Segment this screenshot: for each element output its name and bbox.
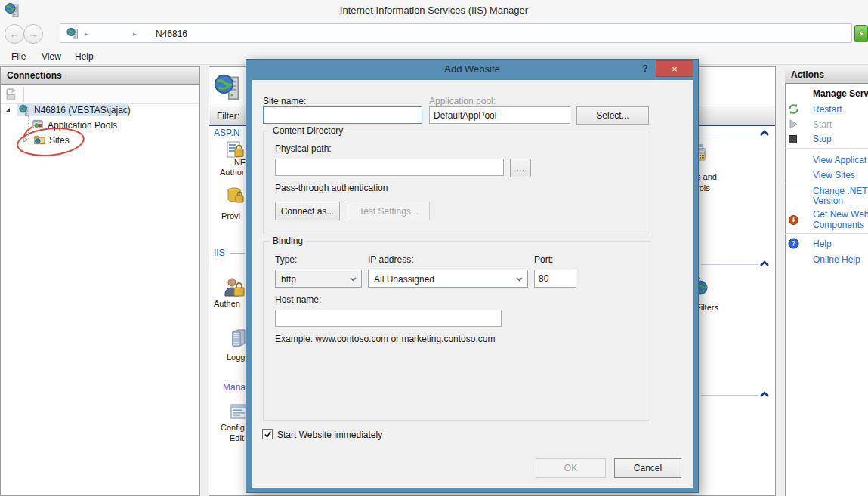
isapi-filters-label[interactable]: Filters [696, 303, 718, 312]
section-header-iis: IIS [214, 248, 225, 258]
cancel-button[interactable]: Cancel [614, 458, 681, 478]
action-get-new-web-components[interactable]: Get New Web [813, 209, 868, 220]
actions-separator [785, 183, 868, 183]
port-input[interactable] [534, 270, 576, 288]
net-authorization-label[interactable]: .NE [232, 158, 246, 167]
menu-help[interactable]: Help [70, 50, 98, 63]
breadcrumb-server[interactable]: N46816 [156, 29, 187, 39]
action-online-help[interactable]: Online Help [813, 254, 860, 265]
providers-icon[interactable] [226, 186, 246, 205]
providers-label[interactable]: Provi [221, 211, 240, 220]
action-change-net-version[interactable]: Change .NET [813, 186, 868, 196]
logging-label[interactable]: Logg [227, 353, 245, 362]
action-help[interactable]: Help [813, 239, 832, 249]
get-new-components-icon [788, 214, 799, 226]
window-chrome: Internet Information Services (IIS) Mana… [0, 0, 868, 65]
action-start[interactable]: Start [813, 119, 832, 130]
add-website-dialog: Add Website ? × Site name: Application p… [246, 59, 699, 493]
lightning-icon [857, 29, 866, 39]
server-home-icon [214, 73, 241, 100]
actions-manage-server-title: Manage Serv [813, 88, 868, 99]
chevron-down-icon [350, 277, 357, 282]
content-directory-group-label: Content Directory [270, 125, 346, 136]
restart-icon [788, 103, 799, 115]
content-directory-group: Content Directory Physical path: ... Pas… [263, 131, 650, 233]
site-name-input[interactable] [263, 106, 422, 124]
passthrough-auth-label: Pass-through authentication [275, 183, 388, 193]
window-title: Internet Information Services (IIS) Mana… [0, 5, 868, 16]
authentication-label[interactable]: Authen [214, 299, 240, 308]
help-icon [788, 238, 799, 249]
crumb-arrow-icon: ▸ [85, 30, 88, 38]
save-connection-icon[interactable] [5, 88, 18, 100]
physical-path-input[interactable] [275, 159, 504, 176]
collapse-section-icon[interactable] [759, 129, 770, 137]
ip-address-select[interactable]: All Unassigned [368, 270, 528, 288]
dialog-close-button[interactable]: × [656, 60, 693, 77]
action-get-new-web-components[interactable]: Components [813, 220, 864, 230]
section-header-line [230, 253, 245, 254]
start-website-checkbox-label[interactable]: Start Website immediately [277, 430, 382, 440]
collapse-section-icon[interactable] [759, 390, 770, 398]
server-icon [19, 104, 30, 116]
test-settings-button[interactable]: Test Settings... [348, 202, 430, 220]
host-name-label: Host name: [275, 294, 321, 305]
browse-button[interactable]: ... [510, 159, 531, 177]
host-name-input[interactable] [275, 310, 502, 327]
connect-as-button[interactable]: Connect as... [275, 202, 340, 220]
ok-button[interactable]: OK [536, 458, 606, 478]
net-authorization-label[interactable]: Author [220, 168, 244, 177]
action-view-sites[interactable]: View Sites [813, 170, 855, 180]
dialog-help-button[interactable]: ? [640, 63, 650, 74]
type-select[interactable]: http [275, 270, 362, 288]
application-pool-label: Application pool: [429, 96, 496, 106]
forward-arrow-icon: → [28, 28, 39, 40]
actions-separator [785, 148, 868, 149]
back-arrow-icon: ← [9, 28, 20, 40]
physical-path-label: Physical path: [275, 143, 332, 154]
port-label: Port: [534, 254, 553, 265]
configuration-editor-label[interactable]: Edit [230, 433, 244, 442]
menu-file[interactable]: File [7, 50, 30, 63]
action-view-applications[interactable]: View Applicat [813, 155, 866, 165]
chevron-down-icon [516, 277, 523, 282]
forward-button[interactable]: → [23, 24, 43, 44]
collapse-section-icon[interactable] [759, 260, 770, 267]
back-button[interactable]: ← [5, 24, 24, 44]
close-icon: × [672, 63, 678, 75]
section-header-aspnet: ASP.N [214, 128, 239, 138]
ip-address-label: IP address: [368, 254, 413, 265]
section-separator [701, 395, 758, 396]
select-app-pool-button[interactable]: Select... [576, 106, 649, 125]
authentication-icon[interactable] [224, 276, 246, 299]
tree-item-server[interactable]: N46816 (VESTAS\jajac) [34, 105, 131, 116]
actions-header: Actions [785, 66, 868, 84]
binding-group-label: Binding [270, 236, 306, 246]
toolbar-separator [23, 87, 24, 102]
collapse-expander-icon[interactable] [5, 107, 11, 113]
site-name-label: Site name: [263, 96, 306, 106]
action-restart[interactable]: Restart [813, 104, 842, 115]
check-icon [264, 430, 272, 439]
connections-header: Connections [1, 67, 199, 85]
connections-toolbar [1, 85, 199, 104]
actions-separator [785, 233, 868, 234]
menu-view[interactable]: View [37, 50, 66, 63]
action-change-net-version[interactable]: Version [813, 196, 843, 206]
section-separator [701, 264, 758, 265]
dialog-titlebar[interactable]: Add Website ? × [246, 60, 698, 80]
configuration-editor-label[interactable]: Config [221, 423, 245, 432]
action-stop[interactable]: Stop [813, 134, 832, 144]
start-website-checkbox[interactable] [262, 429, 273, 439]
refresh-go-button[interactable] [854, 25, 868, 42]
start-icon [789, 119, 798, 129]
application-pool-input[interactable] [429, 106, 570, 124]
sites-annotation-circle [8, 119, 106, 166]
dialog-title: Add Website [246, 63, 698, 75]
dialog-content: Site name: Application pool: Select... C… [252, 80, 693, 488]
stop-icon [789, 135, 797, 143]
filter-label: Filter: [217, 111, 239, 122]
breadcrumb[interactable]: ▸ N46816 ▸ [60, 23, 852, 43]
pages-and-controls-label[interactable]: s and [697, 172, 717, 181]
section-separator [701, 134, 758, 134]
